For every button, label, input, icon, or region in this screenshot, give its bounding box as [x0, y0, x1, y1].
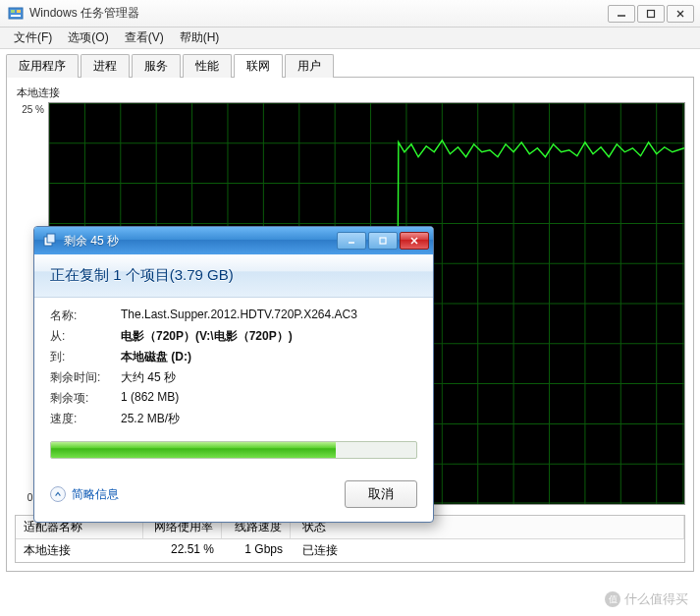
graph-y-max: 25 %	[22, 104, 44, 115]
graph-connection-label: 本地连接	[15, 85, 685, 100]
svg-rect-0	[9, 8, 23, 19]
field-speed-label: 速度:	[50, 411, 121, 427]
cell-network-util: 22.51 %	[143, 539, 222, 562]
progress-bar-fill	[51, 442, 336, 458]
tab-performance[interactable]: 性能	[183, 54, 232, 78]
dialog-title: 剩余 45 秒	[64, 233, 335, 250]
cell-link-speed: 1 Gbps	[222, 539, 291, 562]
tab-networking[interactable]: 联网	[234, 54, 283, 78]
menu-options[interactable]: 选项(O)	[60, 28, 116, 48]
tab-processes[interactable]: 进程	[81, 54, 130, 78]
field-remaining-items-label: 剩余项:	[50, 390, 121, 407]
svg-rect-1	[11, 10, 15, 13]
field-name-label: 名称:	[50, 308, 121, 324]
watermark: 值 什么值得买	[605, 590, 688, 608]
field-to-value: 本地磁盘 (D:)	[121, 349, 417, 365]
dialog-minimize-button[interactable]	[337, 232, 366, 250]
watermark-text: 什么值得买	[624, 590, 688, 608]
app-icon	[8, 6, 24, 22]
field-name-value: The.Last.Supper.2012.HDTV.720P.X264.AC3	[121, 308, 417, 324]
main-minimize-button[interactable]	[608, 5, 635, 23]
table-row[interactable]: 本地连接 22.51 % 1 Gbps 已连接	[16, 539, 684, 562]
field-remaining-time-label: 剩余时间:	[50, 369, 121, 386]
main-close-button[interactable]	[667, 5, 694, 23]
menu-view[interactable]: 查看(V)	[117, 28, 172, 48]
cell-adapter-name: 本地连接	[16, 539, 143, 562]
dialog-fields: 名称: The.Last.Supper.2012.HDTV.720P.X264.…	[50, 308, 417, 427]
svg-rect-5	[648, 10, 655, 17]
brief-info-toggle[interactable]: 简略信息	[50, 486, 119, 503]
field-from-label: 从:	[50, 328, 121, 345]
menu-file[interactable]: 文件(F)	[6, 28, 60, 48]
menubar: 文件(F) 选项(O) 查看(V) 帮助(H)	[0, 28, 700, 49]
watermark-icon: 值	[605, 591, 620, 607]
tab-users[interactable]: 用户	[285, 54, 334, 78]
menu-help[interactable]: 帮助(H)	[172, 28, 228, 48]
main-window-titlebar: Windows 任务管理器	[0, 0, 700, 28]
svg-rect-2	[17, 10, 21, 13]
brief-info-label: 简略信息	[72, 486, 119, 503]
tab-services[interactable]: 服务	[132, 54, 181, 78]
chevron-up-icon	[50, 486, 66, 502]
cell-state: 已连接	[291, 539, 684, 562]
main-window-title: Windows 任务管理器	[29, 5, 606, 22]
copy-dialog: 剩余 45 秒 正在复制 1 个项目(3.79 GB) 名称: The.Last…	[33, 226, 434, 523]
field-remaining-time-value: 大约 45 秒	[121, 369, 417, 386]
field-remaining-items-value: 1 (862 MB)	[121, 390, 417, 407]
progress-bar	[50, 441, 417, 459]
dialog-header: 正在复制 1 个项目(3.79 GB)	[34, 254, 433, 298]
dialog-titlebar[interactable]: 剩余 45 秒	[34, 227, 433, 254]
field-speed-value: 25.2 MB/秒	[121, 411, 417, 427]
cancel-button[interactable]: 取消	[345, 480, 417, 508]
svg-rect-41	[380, 238, 386, 244]
field-to-label: 到:	[50, 349, 121, 365]
svg-rect-39	[47, 234, 55, 243]
dialog-maximize-button[interactable]	[368, 232, 398, 250]
copy-icon	[42, 233, 58, 249]
main-maximize-button[interactable]	[637, 5, 665, 23]
tabstrip: 应用程序 进程 服务 性能 联网 用户	[6, 55, 694, 77]
tab-applications[interactable]: 应用程序	[6, 54, 79, 78]
field-from-value: 电影（720P）(V:\电影（720P）)	[121, 328, 417, 345]
dialog-close-button[interactable]	[400, 232, 429, 250]
svg-rect-3	[11, 15, 21, 17]
